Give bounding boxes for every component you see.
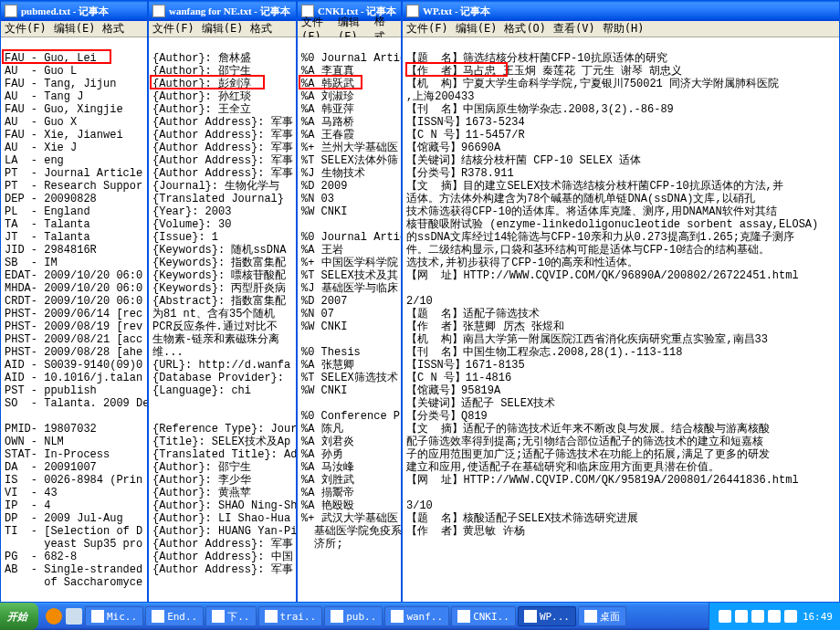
task-icon <box>152 610 164 623</box>
notepad-window-wp[interactable]: WP.txt - 记事本 文件(F) 编辑(E) 格式(O) 查看(V) 帮助(… <box>402 0 840 603</box>
menu-format[interactable]: 格式(O) <box>504 21 546 37</box>
tray-icon[interactable] <box>768 610 781 623</box>
taskbar-button[interactable]: End.. <box>145 606 204 626</box>
task-label: End.. <box>167 611 197 623</box>
tray-icon[interactable] <box>751 610 764 623</box>
task-icon <box>91 610 104 623</box>
task-icon <box>265 610 278 623</box>
taskbar-button[interactable]: WP... <box>518 606 576 626</box>
menu-edit[interactable]: 编辑(E) <box>54 21 96 37</box>
task-icon <box>212 610 225 623</box>
menu-file[interactable]: 文件(F) <box>406 21 448 37</box>
window-title: pubmed.txt - 记事本 <box>21 5 109 18</box>
text-content[interactable]: 【题 名】筛选结核分枝杆菌CFP-10抗原适体的研究 【作 者】马占忠 王玉炯 … <box>403 37 839 602</box>
menu-help[interactable]: 帮助(H) <box>603 21 645 37</box>
task-icon <box>584 610 597 623</box>
menu-format[interactable]: 格式 <box>102 21 124 37</box>
task-icon <box>524 610 537 623</box>
menu-edit[interactable]: 编辑(E) <box>456 21 498 37</box>
task-label: pub.. <box>346 611 376 623</box>
menu-view[interactable]: 查看(V) <box>553 21 595 37</box>
task-icon <box>457 610 470 623</box>
quicklaunch-desktop-icon[interactable] <box>66 608 82 625</box>
task-label: WP... <box>540 611 570 623</box>
task-label: trai.. <box>280 611 317 623</box>
task-label: Mic.. <box>107 611 137 623</box>
notepad-icon <box>406 5 419 17</box>
taskbar-button[interactable]: CNKI.. <box>451 606 516 626</box>
menu-file[interactable]: 文件(F) <box>5 21 47 37</box>
taskbar-button[interactable]: Mic.. <box>85 606 143 626</box>
menubar[interactable]: 文件(F) 编辑(E) 格式(O) 查看(V) 帮助(H) <box>403 21 839 37</box>
titlebar[interactable]: WP.txt - 记事本 <box>403 1 839 21</box>
task-icon <box>391 610 404 623</box>
window-title: WP.txt - 记事本 <box>423 5 490 18</box>
notepad-window-cnki[interactable]: CNKI.txt - 记事本 文件(F) 编辑(E) 格式 %0 Journal… <box>297 0 402 603</box>
menu-file[interactable]: 文件(F) <box>152 21 194 37</box>
tray-icon[interactable] <box>719 610 731 623</box>
start-button[interactable]: 开始 <box>0 603 38 630</box>
taskbar-button[interactable]: 桌面 <box>578 606 626 626</box>
quicklaunch-firefox-icon[interactable] <box>46 608 62 625</box>
menubar[interactable]: 文件(F) 编辑(E) 格式 <box>298 21 401 37</box>
notepad-icon <box>5 5 17 17</box>
task-label: 下.. <box>227 610 249 624</box>
tray-icon[interactable] <box>784 610 797 623</box>
taskbar-button[interactable]: pub.. <box>324 606 383 626</box>
notepad-window-pubmed[interactable]: pubmed.txt - 记事本 文件(F) 编辑(E) 格式 FAU - Gu… <box>0 0 148 603</box>
titlebar[interactable]: wanfang for NE.txt - 记事本 <box>149 1 296 21</box>
taskbar-button[interactable]: trai.. <box>258 606 323 626</box>
notepad-window-wanfang[interactable]: wanfang for NE.txt - 记事本 文件(F) 编辑(E) 格式 … <box>148 0 297 603</box>
menubar[interactable]: 文件(F) 编辑(E) 格式 <box>149 21 296 37</box>
start-label: 开始 <box>7 610 27 624</box>
task-label: wanf.. <box>406 611 443 623</box>
taskbar[interactable]: 开始 Mic..End..下..trai..pub..wanf..CNKI..W… <box>0 603 840 630</box>
window-title: wanfang for NE.txt - 记事本 <box>169 5 290 18</box>
system-tray[interactable]: 16:49 <box>709 603 840 630</box>
menu-format[interactable]: 格式 <box>250 21 272 37</box>
taskbar-button[interactable]: 下.. <box>205 606 256 626</box>
menu-edit[interactable]: 编辑(E) <box>202 21 244 37</box>
task-label: CNKI.. <box>473 611 509 623</box>
taskbar-button[interactable]: wanf.. <box>384 606 449 626</box>
titlebar[interactable]: pubmed.txt - 记事本 <box>1 1 147 21</box>
task-icon <box>331 610 343 623</box>
notepad-icon <box>152 5 165 17</box>
text-content[interactable]: FAU - Guo, Lei AU - Guo L FAU - Tang, Ji… <box>1 37 147 602</box>
text-content[interactable]: %0 Journal Articl %A 李直真 %A 韩跃武 %A 刘淑珍 %… <box>298 37 401 602</box>
menubar[interactable]: 文件(F) 编辑(E) 格式 <box>1 21 147 37</box>
tray-clock[interactable]: 16:49 <box>803 611 833 623</box>
task-label: 桌面 <box>600 610 620 624</box>
tray-icon[interactable] <box>735 610 748 623</box>
text-content[interactable]: {Author}: 詹林盛 {Author}: 邵宁生 {Author}: 彭剑… <box>149 37 296 602</box>
